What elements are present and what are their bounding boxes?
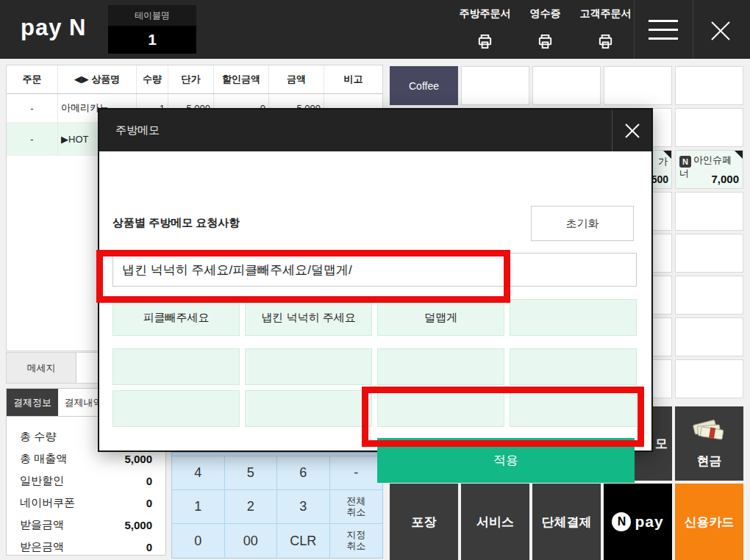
grid-cell-empty[interactable] <box>532 66 601 105</box>
customer-order-print-button[interactable]: 고객주문서 <box>571 7 640 53</box>
header-divider <box>634 0 635 59</box>
numpad-key-1[interactable]: 1 <box>172 490 225 524</box>
grid-cell-empty[interactable] <box>675 276 743 315</box>
summary-row-discount: 일반할인0 <box>7 470 165 492</box>
modal-title: 주방메모 <box>99 123 160 137</box>
grid-cell-empty[interactable] <box>675 66 743 105</box>
npay-logo-icon: N <box>612 512 631 531</box>
takeout-button[interactable]: 포장 <box>390 484 458 560</box>
preset-memo-empty[interactable] <box>245 390 372 427</box>
tab-payment-info[interactable]: 결제정보 <box>7 389 58 416</box>
grid-cell-empty[interactable] <box>675 234 743 273</box>
preset-memo-empty[interactable] <box>113 348 240 385</box>
paynt-logo: pay N <box>21 15 86 41</box>
numpad-key-0[interactable]: 0 <box>172 524 225 558</box>
summary-row-amount-due: 받을금액5,000 <box>7 514 165 536</box>
service-button[interactable]: 서비스 <box>461 484 529 560</box>
preset-memo-empty[interactable] <box>245 348 372 385</box>
app-close-icon[interactable] <box>704 15 737 47</box>
preset-memo-empty[interactable] <box>377 348 504 385</box>
summary-row-naver-coupon: 네이버쿠폰0 <box>7 492 165 514</box>
printer-icon <box>597 33 614 53</box>
printer-icon <box>537 33 554 53</box>
reset-button[interactable]: 초기화 <box>531 206 634 241</box>
cash-payment-button[interactable]: 현금 <box>675 406 743 481</box>
preset-memo-empty[interactable] <box>113 390 240 427</box>
kitchen-order-print-button[interactable]: 주방주문서 <box>450 7 520 53</box>
header-divider <box>693 0 693 59</box>
grid-cell-empty[interactable] <box>675 108 743 147</box>
table-name-label: 테이블명 <box>108 5 196 26</box>
numpad-key-clr[interactable]: CLR <box>277 524 330 558</box>
cash-bills-icon <box>691 418 728 447</box>
numpad-key-4[interactable]: 4 <box>172 456 225 490</box>
memo-input[interactable] <box>113 253 637 287</box>
numeric-keypad: 4 5 6 - 1 2 3 전체 취소 0 00 CLR 지정 취소 <box>171 452 383 559</box>
apply-button[interactable]: 적용 <box>377 438 635 483</box>
preset-memo-no-pickles[interactable]: 피클빼주세요 <box>113 299 240 336</box>
preset-memo-extra-napkins[interactable]: 냅킨 넉넉히 주세요 <box>245 299 372 336</box>
message-tab[interactable]: 메세지 <box>7 353 76 383</box>
memo-section-label: 상품별 주방메모 요청사항 <box>113 216 240 230</box>
grid-cell-empty[interactable] <box>675 317 743 356</box>
grid-cell-empty[interactable] <box>604 66 672 105</box>
preset-memo-empty[interactable] <box>377 390 504 427</box>
product-cell-einspanner[interactable]: N아인슈페너 7,000 <box>675 150 743 189</box>
numpad-key-minus[interactable]: - <box>330 456 383 490</box>
table-number: 1 <box>108 26 196 54</box>
numpad-key-cancel-all[interactable]: 전체 취소 <box>330 490 383 524</box>
category-button-coffee[interactable]: Coffee <box>390 66 458 105</box>
cart-header-row: 주문 ◀▶ 상품명 수량 단가 할인금액 금액 비고 <box>7 65 382 94</box>
hamburger-menu-icon[interactable] <box>649 20 678 46</box>
naver-badge-icon: N <box>679 156 691 168</box>
numpad-key-cancel-selected[interactable]: 지정 취소 <box>330 524 383 558</box>
kitchen-memo-modal: 주방메모 상품별 주방메모 요청사항 초기화 피클빼주세요 냅킨 넉넉히 주세요… <box>98 108 653 452</box>
modal-close-icon[interactable] <box>612 110 651 151</box>
numpad-key-3[interactable]: 3 <box>277 490 330 524</box>
numpad-key-6[interactable]: 6 <box>277 456 330 490</box>
group-payment-button[interactable]: 단체결제 <box>532 484 601 560</box>
numpad-key-2[interactable]: 2 <box>225 490 278 524</box>
npay-payment-button[interactable]: N pay <box>604 484 672 560</box>
receipt-print-button[interactable]: 영수증 <box>520 7 571 53</box>
product-name-sort-header[interactable]: ◀▶ 상품명 <box>58 65 137 93</box>
grid-cell-empty[interactable] <box>675 192 743 231</box>
numpad-key-5[interactable]: 5 <box>225 456 278 490</box>
credit-card-payment-button[interactable]: 신용카드 <box>675 484 743 560</box>
product-price: 7,000 <box>711 173 739 185</box>
preset-memo-empty[interactable] <box>510 299 637 336</box>
grid-cell-empty[interactable] <box>461 66 529 105</box>
numpad-key-00[interactable]: 00 <box>225 524 278 558</box>
grid-cell-empty[interactable] <box>675 359 743 398</box>
preset-memo-empty[interactable] <box>510 348 637 385</box>
top-header: pay N 테이블명 1 주방주문서 영수증 고객주문서 <box>0 0 750 59</box>
modal-header: 주방메모 <box>99 110 651 151</box>
preset-memo-less-spicy[interactable]: 덜맵게 <box>377 299 504 336</box>
preset-memo-empty[interactable] <box>510 390 637 427</box>
printer-icon <box>476 33 493 53</box>
summary-row-amount-received: 받은금액0 <box>7 536 165 558</box>
table-name-box[interactable]: 테이블명 1 <box>108 5 196 54</box>
